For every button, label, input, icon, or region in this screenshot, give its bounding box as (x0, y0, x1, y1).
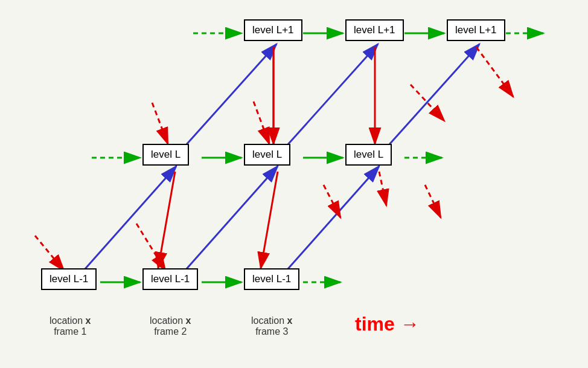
time-label: time → (355, 313, 420, 335)
node-level-lm1-1: level L-1 (41, 268, 97, 290)
svg-line-29 (379, 172, 386, 205)
svg-line-25 (158, 172, 175, 268)
diagram-svg (0, 0, 588, 368)
svg-line-31 (254, 102, 269, 144)
location-label-3: location x frame 3 (251, 315, 293, 337)
svg-line-15 (85, 166, 176, 270)
svg-line-24 (152, 103, 168, 144)
node-level-lp1-2: level L+1 (345, 19, 404, 41)
node-level-l-2: level L (244, 144, 290, 166)
node-level-lm1-2: level L-1 (142, 268, 198, 290)
svg-line-27 (261, 172, 278, 268)
svg-line-16 (186, 44, 276, 145)
node-level-lp1-1: level L+1 (244, 19, 302, 41)
node-level-lm1-3: level L-1 (244, 268, 299, 290)
svg-line-21 (35, 236, 64, 271)
location-label-2: location x frame 2 (150, 315, 191, 337)
svg-line-18 (287, 44, 378, 145)
node-level-lp1-3: level L+1 (447, 19, 505, 41)
svg-line-19 (287, 166, 379, 270)
svg-line-20 (389, 44, 479, 145)
diagram-container: level L+1 level L+1 level L+1 level L le… (0, 0, 588, 368)
node-level-l-1: level L (142, 144, 189, 166)
svg-line-30 (476, 47, 513, 97)
node-level-l-3: level L (345, 144, 392, 166)
svg-line-34 (425, 185, 441, 218)
location-label-1: location x frame 1 (50, 315, 91, 337)
